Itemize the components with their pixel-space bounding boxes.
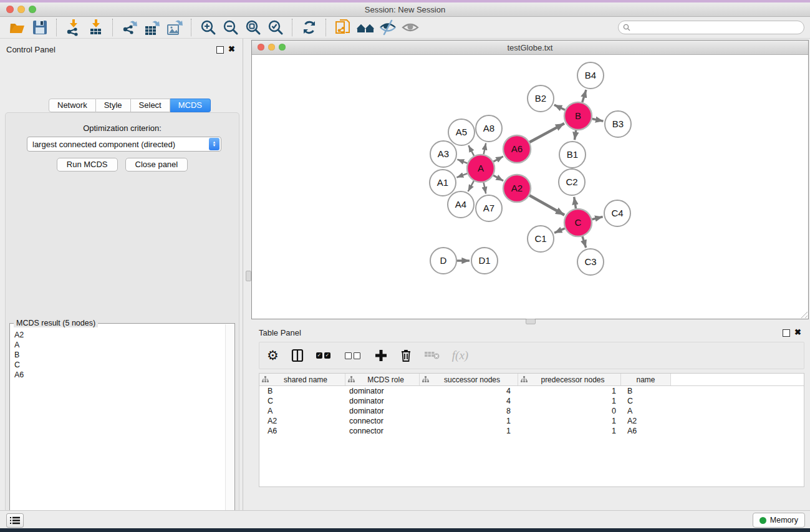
table-cell[interactable]: B: [259, 387, 345, 395]
node-B4[interactable]: B4: [577, 62, 604, 89]
table-cell[interactable]: 1: [420, 427, 518, 435]
vertical-splitter-handle[interactable]: [246, 271, 251, 281]
export-image-icon[interactable]: [165, 18, 184, 37]
column-header-shared-name[interactable]: shared name: [259, 374, 345, 385]
select-all-icon[interactable]: ✓✓: [316, 352, 332, 359]
column-header-predecessor-nodes[interactable]: predecessor nodes: [518, 374, 621, 385]
zoom-selected-icon[interactable]: [266, 18, 285, 37]
tab-select[interactable]: Select: [131, 99, 170, 112]
memory-button[interactable]: Memory: [753, 513, 805, 528]
zoom-out-icon[interactable]: [221, 18, 240, 37]
import-table-icon[interactable]: [87, 18, 105, 37]
deselect-all-icon[interactable]: [345, 352, 362, 359]
optimization-criterion-select[interactable]: largest connected component (directed) ▲…: [27, 137, 221, 152]
close-panel-button[interactable]: Close panel: [125, 158, 188, 172]
table-row[interactable]: A6connector11A6: [259, 426, 804, 436]
edge-A-A3[interactable]: [457, 160, 467, 163]
table-cell[interactable]: 1: [518, 427, 621, 435]
result-scrollbar[interactable]: [225, 324, 234, 532]
search-field[interactable]: [618, 21, 804, 34]
table-cell[interactable]: 1: [518, 387, 621, 395]
table-row[interactable]: Adominator80A: [259, 406, 804, 416]
table-row[interactable]: A2connector11A2: [259, 416, 804, 426]
table-cell[interactable]: 4: [420, 387, 518, 395]
column-header-successor-nodes[interactable]: successor nodes: [420, 374, 518, 385]
table-cell[interactable]: dominator: [345, 397, 420, 405]
hide-selected-icon[interactable]: [378, 18, 397, 37]
node-A1[interactable]: A1: [430, 170, 456, 196]
table-cell[interactable]: C: [259, 397, 345, 405]
clone-network-icon[interactable]: [334, 18, 352, 37]
table-cell[interactable]: 1: [518, 397, 621, 405]
edge-B-B3[interactable]: [592, 119, 604, 122]
table-cell[interactable]: connector: [345, 417, 420, 425]
node-A2[interactable]: A2: [503, 175, 531, 202]
export-network-icon[interactable]: [120, 18, 139, 37]
edge-A-A6[interactable]: [493, 157, 503, 162]
mcds-result-list[interactable]: A2ABCA6: [11, 329, 226, 532]
network-graph[interactable]: B4B2BB3A8A5A6A3B1AA1C2A2A4A7C4CC1C3DD1: [252, 55, 808, 319]
edge-A-A8[interactable]: [484, 143, 486, 155]
table-cell[interactable]: 4: [420, 397, 518, 405]
edge-C-C2[interactable]: [574, 197, 576, 209]
task-history-button[interactable]: [6, 513, 24, 528]
network-window-titlebar[interactable]: testGlobe.txt: [252, 41, 808, 55]
node-table[interactable]: shared nameMCDS rolesuccessor nodesprede…: [259, 373, 804, 487]
edge-A2-C[interactable]: [529, 195, 564, 215]
edge-A-A7[interactable]: [484, 183, 486, 194]
tab-mcds[interactable]: MCDS: [170, 99, 211, 112]
edge-B-B4[interactable]: [582, 90, 586, 102]
tab-style[interactable]: Style: [96, 99, 131, 112]
first-neighbors-icon[interactable]: [356, 18, 375, 37]
search-input[interactable]: [633, 22, 804, 32]
node-D1[interactable]: D1: [471, 248, 498, 274]
edge-C-C4[interactable]: [592, 217, 602, 220]
show-all-icon[interactable]: [401, 18, 420, 37]
delete-columns-icon[interactable]: [400, 349, 412, 362]
node-C3[interactable]: C3: [577, 249, 604, 275]
run-mcds-button[interactable]: Run MCDS: [57, 158, 118, 172]
node-D[interactable]: D: [430, 248, 456, 274]
node-B1[interactable]: B1: [559, 142, 586, 168]
edge-A6-B[interactable]: [529, 123, 564, 142]
float-panel-icon[interactable]: [216, 46, 224, 54]
edge-C-C1[interactable]: [554, 228, 565, 233]
node-A8[interactable]: A8: [476, 115, 502, 142]
node-A3[interactable]: A3: [430, 141, 456, 167]
table-cell[interactable]: connector: [345, 427, 420, 435]
node-B[interactable]: B: [564, 102, 592, 130]
result-item[interactable]: A6: [14, 370, 226, 380]
edge-A-A2[interactable]: [493, 175, 503, 181]
table-cell[interactable]: A2: [259, 417, 345, 425]
table-options-icon[interactable]: ⚙: [267, 349, 279, 362]
result-item[interactable]: C: [14, 360, 226, 370]
result-item[interactable]: B: [14, 350, 226, 360]
node-A4[interactable]: A4: [448, 191, 474, 218]
column-header-MCDS-role[interactable]: MCDS role: [345, 374, 420, 385]
edge-B-B2[interactable]: [554, 105, 565, 110]
result-item[interactable]: A2: [14, 330, 226, 340]
table-cell[interactable]: B: [621, 387, 671, 395]
float-table-panel-icon[interactable]: [783, 329, 790, 337]
table-body[interactable]: Bdominator41BCdominator41CAdominator80AA…: [259, 386, 804, 436]
close-panel-icon[interactable]: ✖: [228, 44, 235, 54]
node-C[interactable]: C: [564, 209, 592, 236]
delete-table-icon[interactable]: [425, 351, 440, 360]
edge-A-A1[interactable]: [456, 173, 467, 177]
zoom-fit-icon[interactable]: [244, 18, 263, 37]
node-B2[interactable]: B2: [528, 85, 554, 112]
node-C1[interactable]: C1: [528, 226, 554, 252]
import-network-icon[interactable]: [64, 18, 83, 37]
node-A7[interactable]: A7: [476, 195, 502, 221]
table-cell[interactable]: 1: [518, 417, 621, 425]
table-header-row[interactable]: shared nameMCDS rolesuccessor nodesprede…: [259, 374, 804, 386]
table-cell[interactable]: 0: [518, 407, 621, 415]
node-B3[interactable]: B3: [605, 111, 631, 137]
save-session-icon[interactable]: [31, 18, 49, 37]
table-row[interactable]: Cdominator41C: [259, 396, 804, 406]
export-table-icon[interactable]: [143, 18, 162, 37]
refresh-icon[interactable]: [300, 18, 319, 37]
node-A5[interactable]: A5: [448, 119, 475, 145]
horizontal-splitter-handle[interactable]: [526, 319, 536, 324]
table-cell[interactable]: A2: [621, 417, 671, 425]
